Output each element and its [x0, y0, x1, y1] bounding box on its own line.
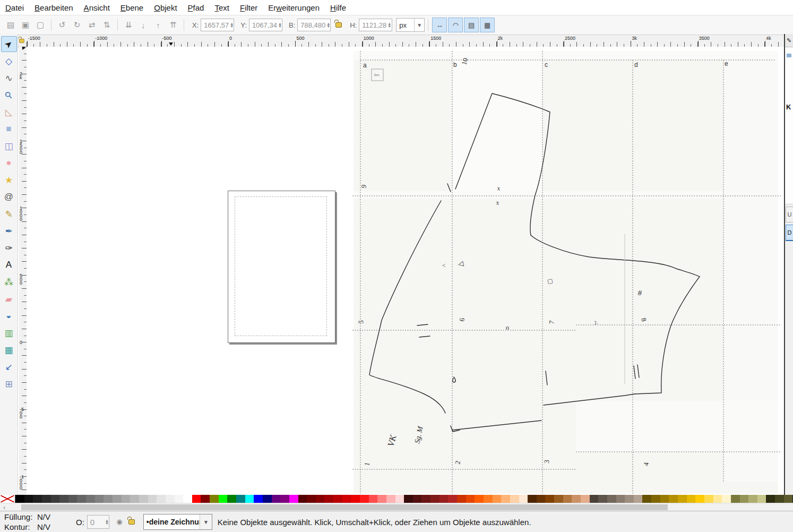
color-swatch[interactable]	[607, 495, 616, 503]
color-swatch[interactable]	[404, 495, 413, 503]
tool-eraser[interactable]: ▰	[1, 291, 17, 307]
color-swatch[interactable]	[333, 495, 342, 503]
menu-text[interactable]: Text	[209, 2, 235, 14]
color-swatch[interactable]	[510, 495, 519, 503]
color-swatch[interactable]	[448, 495, 457, 503]
tool-text[interactable]: A	[1, 257, 17, 273]
color-swatch[interactable]	[740, 495, 749, 503]
tool-measure[interactable]: ◺	[1, 104, 17, 120]
tool-box-3d[interactable]: ◫	[1, 138, 17, 154]
color-swatch[interactable]	[42, 495, 51, 503]
tool-selector[interactable]: ➤	[1, 36, 17, 52]
color-swatch[interactable]	[175, 495, 184, 503]
color-swatch[interactable]	[748, 495, 757, 503]
color-swatch[interactable]	[528, 495, 537, 503]
color-swatch[interactable]	[713, 495, 722, 503]
scanned-pattern-image[interactable]: 2cmabcde109xx<◁▢#56o72.81234VKSg. M	[352, 49, 783, 495]
x-spinner[interactable]: ▲▼	[230, 22, 234, 28]
tool-connector[interactable]: ⊞	[1, 376, 17, 392]
color-swatch[interactable]	[501, 495, 510, 503]
opacity-field[interactable]: 0 ▲▼	[87, 515, 109, 529]
color-swatch[interactable]	[280, 495, 289, 503]
tool-star[interactable]: ★	[1, 172, 17, 188]
menu-bearbeiten[interactable]: Bearbeiten	[29, 2, 79, 14]
color-swatch[interactable]	[95, 495, 104, 503]
layer-visibility-eye-icon[interactable]: ◉	[116, 518, 123, 526]
tool-zoom[interactable]: ⚲	[1, 87, 17, 103]
rotate-cw-button[interactable]: ↻	[70, 18, 84, 32]
snap-toolbar-icon[interactable]: ✎	[785, 34, 793, 47]
layer-select[interactable]: •deine Zeichnung ▼	[143, 514, 212, 530]
horizontal-scrollbar[interactable]: ‹	[0, 503, 793, 511]
dock-button-u[interactable]: U	[786, 207, 793, 222]
color-swatch[interactable]	[201, 495, 210, 503]
color-swatch[interactable]	[572, 495, 581, 503]
color-swatch[interactable]	[113, 495, 122, 503]
color-swatch[interactable]	[192, 495, 201, 503]
scale-corners-toggle[interactable]: ◠	[448, 18, 463, 32]
lock-aspect-icon[interactable]	[335, 22, 342, 28]
height-field[interactable]: 1121,28 ▲▼	[359, 19, 392, 31]
tool-pencil[interactable]: ✎	[1, 206, 17, 222]
color-swatch[interactable]	[545, 495, 554, 503]
color-swatch[interactable]	[342, 495, 351, 503]
color-swatch[interactable]	[157, 495, 166, 503]
color-swatch[interactable]	[466, 495, 475, 503]
color-swatch[interactable]	[439, 495, 449, 503]
color-swatch[interactable]	[669, 495, 678, 503]
color-swatch[interactable]	[731, 495, 740, 503]
color-swatch[interactable]	[413, 495, 422, 503]
color-swatch[interactable]	[351, 495, 360, 503]
menu-erweiterungen[interactable]: Erweiterungen	[263, 2, 325, 14]
color-swatch[interactable]	[360, 495, 369, 503]
tool-calligraphy[interactable]: ✑	[1, 240, 17, 256]
color-swatch[interactable]	[421, 495, 430, 503]
flip-horizontal-button[interactable]: ⇄	[85, 18, 99, 32]
scale-stroke-toggle[interactable]: ↔	[432, 18, 447, 32]
color-swatch[interactable]	[537, 495, 546, 503]
swatch-none[interactable]	[0, 495, 15, 503]
color-swatch[interactable]	[377, 495, 386, 503]
menu-hilfe[interactable]: Hilfe	[325, 2, 351, 14]
rotate-ccw-button[interactable]: ↺	[55, 18, 69, 32]
layer-lock-icon[interactable]	[128, 519, 135, 525]
tool-node-editor[interactable]: ◇	[1, 53, 17, 69]
menu-ansicht[interactable]: Ansicht	[79, 2, 115, 14]
color-swatch[interactable]	[369, 495, 378, 503]
tool-dropper[interactable]: ↙	[1, 359, 17, 375]
color-swatch[interactable]	[122, 495, 131, 503]
document-page[interactable]	[228, 191, 335, 343]
select-all-layers-button[interactable]: ▣	[19, 18, 32, 32]
scale-gradients-toggle[interactable]: ▤	[464, 18, 479, 32]
color-swatch[interactable]	[766, 495, 775, 503]
canvas[interactable]: 2cmabcde109xx<◁▢#56o72.81234VKSg. M	[27, 47, 784, 495]
deselect-button[interactable]: ▢	[33, 18, 47, 32]
color-swatch[interactable]	[581, 495, 590, 503]
color-swatch[interactable]	[272, 495, 281, 503]
horizontal-ruler[interactable]: -1500-1000-5000500100015002k25003k35004k	[27, 35, 784, 47]
color-swatch[interactable]	[616, 495, 625, 503]
tool-rectangle[interactable]: ■	[1, 121, 17, 137]
tool-mesh-gradient[interactable]: ▦	[1, 342, 17, 358]
color-swatch[interactable]	[493, 495, 502, 503]
tool-bezier-pen[interactable]: ✒	[1, 223, 17, 239]
menu-datei[interactable]: Datei	[0, 2, 29, 14]
color-swatch[interactable]	[15, 495, 24, 503]
color-swatch[interactable]	[563, 495, 572, 503]
color-swatch[interactable]	[590, 495, 599, 503]
y-field[interactable]: 1067,34 ▲▼	[249, 19, 282, 31]
color-swatch[interactable]	[598, 495, 607, 503]
color-swatch[interactable]	[395, 495, 404, 503]
color-swatch[interactable]	[298, 495, 307, 503]
color-swatch[interactable]	[130, 495, 139, 503]
color-swatch[interactable]	[554, 495, 563, 503]
raise-to-top-button[interactable]: ⇈	[166, 18, 180, 32]
color-swatch[interactable]	[263, 495, 272, 503]
color-swatch[interactable]	[704, 495, 713, 503]
color-swatch[interactable]	[784, 495, 793, 503]
color-swatch[interactable]	[757, 495, 766, 503]
color-swatch[interactable]	[59, 495, 68, 503]
color-swatch[interactable]	[430, 495, 439, 503]
color-swatch[interactable]	[104, 495, 113, 503]
width-field[interactable]: 788,480 ▲▼	[297, 19, 331, 31]
